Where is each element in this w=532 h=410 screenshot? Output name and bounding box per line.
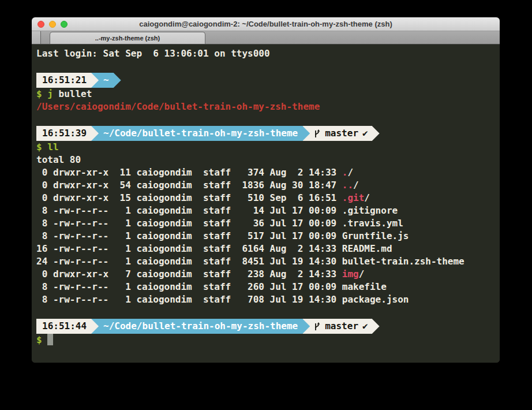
git-status-check: ✔ [362, 319, 368, 334]
prompt-dollar: $ [36, 141, 42, 152]
listing-row: 8 -rw-r--r-- 1 caiogondim staff 517 Jul … [36, 230, 500, 243]
listing-row: 0 drwxr-xr-x 54 caiogondim staff 1836 Au… [36, 179, 500, 192]
file-meta: 24 -rw-r--r-- 1 caiogondim staff 8451 Ju… [36, 256, 342, 267]
listing-row: 0 drwxr-xr-x 7 caiogondim staff 238 Aug … [36, 268, 500, 281]
prompt-path-segment: ~/Code/bullet-train-oh-my-zsh-theme [91, 126, 310, 141]
file-meta: 16 -rw-r--r-- 1 caiogondim staff 6164 Au… [36, 243, 342, 254]
command-line: $ ll [36, 141, 500, 154]
tab-label: ..-my-zsh-theme (zsh) [95, 35, 160, 42]
file-meta: 0 drwxr-xr-x 7 caiogondim staff 238 Aug … [36, 269, 342, 279]
listing-row: 8 -rw-r--r-- 1 caiogondim staff 708 Jul … [36, 293, 500, 306]
prompt-time-segment: 16:51:39 [36, 126, 99, 141]
file-meta: 8 -rw-r--r-- 1 caiogondim staff 14 Jul 1… [36, 205, 342, 216]
dir-slash: / [359, 269, 365, 279]
git-branch-name: master [325, 126, 358, 141]
terminal-window: caiogondim@caiogondim-2: ~/Code/bullet-t… [32, 17, 500, 363]
partial-tab[interactable] [32, 31, 41, 44]
file-name: bullet-train.zsh-theme [342, 256, 464, 267]
prompt-line: 16:51:21~ [36, 73, 500, 88]
file-meta: 8 -rw-r--r-- 1 caiogondim staff 260 Jul … [36, 281, 342, 292]
terminal-cursor[interactable] [47, 334, 53, 345]
file-meta: 0 drwxr-xr-x 54 caiogondim staff 1836 Au… [36, 180, 342, 191]
dir-name: . [342, 167, 348, 178]
terminal-content[interactable]: Last login: Sat Sep 6 13:06:01 on ttys00… [32, 44, 500, 363]
command-line: $ [36, 334, 500, 346]
file-name: .gitignore [342, 205, 398, 216]
tab-bar: ..-my-zsh-theme (zsh) [32, 31, 500, 44]
prompt-dollar: $ [36, 334, 42, 345]
file-meta: 8 -rw-r--r-- 1 caiogondim staff 708 Jul … [36, 294, 342, 305]
blank-line [36, 113, 500, 126]
jump-output-line: /Users/caiogondim/Code/bullet-train-oh-m… [36, 100, 500, 113]
listing-row: 8 -rw-r--r-- 1 caiogondim staff 14 Jul 1… [36, 204, 500, 217]
blank-line [36, 60, 500, 73]
dir-slash: / [347, 167, 353, 178]
prompt-git-segment: master✔ [302, 319, 379, 334]
last-login-line: Last login: Sat Sep 6 13:06:01 on ttys00… [36, 47, 500, 60]
dir-name: .. [342, 180, 353, 191]
prompt-line: 16:51:44~/Code/bullet-train-oh-my-zsh-th… [36, 319, 500, 334]
prompt-time-segment: 16:51:44 [36, 319, 99, 334]
prompt-git-segment: master✔ [302, 126, 379, 141]
dir-name: .git [342, 192, 365, 203]
command-text: j [42, 88, 53, 99]
file-name: .travis.yml [342, 218, 403, 229]
git-status-check: ✔ [362, 126, 368, 141]
listing-row: 0 drwxr-xr-x 11 caiogondim staff 374 Aug… [36, 166, 500, 179]
prompt-line: 16:51:39~/Code/bullet-train-oh-my-zsh-th… [36, 126, 500, 141]
file-meta: 0 drwxr-xr-x 15 caiogondim staff 510 Sep… [36, 192, 342, 203]
file-name: makefile [342, 281, 387, 292]
file-meta: 0 drwxr-xr-x 11 caiogondim staff 374 Aug… [36, 167, 342, 178]
active-terminal-tab[interactable]: ..-my-zsh-theme (zsh) [50, 32, 205, 44]
command-line: $ j bullet [36, 88, 500, 100]
listing-row: 16 -rw-r--r-- 1 caiogondim staff 6164 Au… [36, 243, 500, 255]
prompt-time-segment: 16:51:21 [36, 73, 99, 88]
dir-slash: / [364, 192, 370, 203]
command-args: bullet [53, 88, 92, 99]
title-bar: caiogondim@caiogondim-2: ~/Code/bullet-t… [32, 17, 500, 31]
command-text: ll [42, 141, 59, 152]
dir-slash: / [353, 180, 359, 191]
listing-row: 8 -rw-r--r-- 1 caiogondim staff 260 Jul … [36, 281, 500, 293]
prompt-dollar: $ [36, 88, 42, 99]
file-listing: 0 drwxr-xr-x 11 caiogondim staff 374 Aug… [36, 166, 500, 306]
git-branch-icon [313, 322, 321, 331]
window-title: caiogondim@caiogondim-2: ~/Code/bullet-t… [32, 20, 500, 28]
file-name: README.md [342, 243, 392, 254]
listing-row: 0 drwxr-xr-x 15 caiogondim staff 510 Sep… [36, 192, 500, 204]
git-branch-icon [313, 129, 321, 139]
file-meta: 8 -rw-r--r-- 1 caiogondim staff 517 Jul … [36, 230, 342, 241]
prompt-path-segment: ~/Code/bullet-train-oh-my-zsh-theme [91, 319, 310, 334]
listing-total-line: total 80 [36, 154, 500, 166]
listing-row: 24 -rw-r--r-- 1 caiogondim staff 8451 Ju… [36, 255, 500, 268]
listing-row: 8 -rw-r--r-- 1 caiogondim staff 36 Jul 1… [36, 217, 500, 230]
git-branch-name: master [325, 319, 358, 334]
file-name: package.json [342, 294, 409, 305]
dir-name: img [342, 269, 359, 279]
blank-line [36, 306, 500, 319]
file-meta: 8 -rw-r--r-- 1 caiogondim staff 36 Jul 1… [36, 218, 342, 229]
file-name: Gruntfile.js [342, 230, 409, 241]
